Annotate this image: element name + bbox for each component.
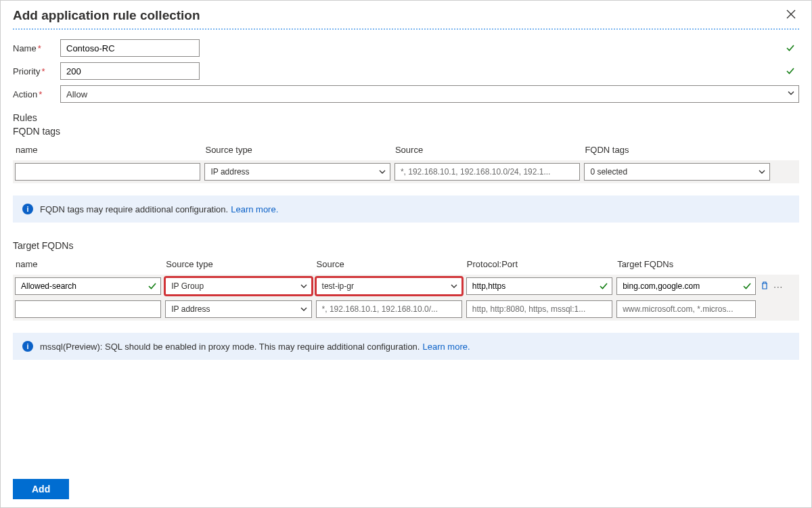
- label-name: Name*: [13, 43, 58, 53]
- info-mssql: i mssql(Preview): SQL should be enabled …: [13, 333, 799, 360]
- tf-proto-input[interactable]: [466, 277, 612, 295]
- tf-targetfqdn-input[interactable]: [616, 277, 756, 295]
- info-fqdn-tags: i FQDN tags may require additional confi…: [13, 195, 799, 223]
- info-icon: i: [22, 204, 33, 214]
- table-header: name Source type Source FQDN tags: [13, 141, 799, 160]
- target-fqdns-heading: Target FQDNs: [13, 240, 799, 251]
- label-priority: Priority*: [13, 66, 58, 76]
- learn-more-link[interactable]: Learn more.: [422, 342, 470, 352]
- fqdn-tags-heading: FQDN tags: [13, 126, 799, 137]
- fqdntags-source-input[interactable]: [394, 163, 580, 181]
- action-select[interactable]: Allow: [60, 85, 799, 103]
- add-button[interactable]: Add: [13, 479, 69, 499]
- tf-sourcetype-select[interactable]: IP Group: [165, 277, 311, 295]
- check-icon: [786, 43, 795, 53]
- row-action: Action* Allow: [13, 85, 799, 103]
- row-priority: Priority*: [13, 62, 799, 80]
- panel-header: Add application rule collection: [13, 1, 799, 30]
- label-action: Action*: [13, 89, 58, 99]
- panel-title: Add application rule collection: [13, 8, 200, 23]
- tf-proto-input[interactable]: [466, 300, 612, 318]
- priority-input[interactable]: [60, 62, 200, 80]
- fqdntags-tags-select[interactable]: 0 selected: [584, 163, 769, 181]
- tf-name-input[interactable]: [15, 300, 161, 318]
- name-input[interactable]: [60, 39, 200, 57]
- table-header: name Source type Source Protocol:Port Ta…: [13, 255, 799, 275]
- fqdntags-name-input[interactable]: [15, 163, 200, 181]
- fqdn-tags-table: name Source type Source FQDN tags IP add…: [13, 141, 799, 183]
- fqdn-tags-new-row: IP address 0 selected: [13, 160, 799, 183]
- fqdntags-sourcetype-select[interactable]: IP address: [204, 163, 390, 181]
- tf-targetfqdn-input[interactable]: [616, 300, 756, 318]
- row-name: Name*: [13, 39, 799, 57]
- tf-source-input[interactable]: [316, 300, 462, 318]
- delete-icon[interactable]: [760, 281, 769, 292]
- panel-root: Add application rule collection Name* Pr…: [0, 0, 812, 508]
- target-fqdns-row: IP Group test-ip-gr ···: [13, 275, 799, 298]
- check-icon: [786, 66, 795, 76]
- target-fqdns-new-row: IP address: [13, 298, 799, 321]
- tf-name-input[interactable]: [15, 277, 161, 295]
- more-icon[interactable]: ···: [773, 281, 783, 292]
- rules-heading: Rules: [13, 112, 799, 123]
- tf-source-select[interactable]: test-ip-gr: [316, 277, 462, 295]
- close-icon[interactable]: [783, 7, 799, 23]
- tf-sourcetype-select[interactable]: IP address: [165, 300, 311, 318]
- info-icon: i: [22, 341, 33, 352]
- target-fqdns-table: name Source type Source Protocol:Port Ta…: [13, 255, 799, 321]
- learn-more-link[interactable]: Learn more.: [231, 204, 278, 214]
